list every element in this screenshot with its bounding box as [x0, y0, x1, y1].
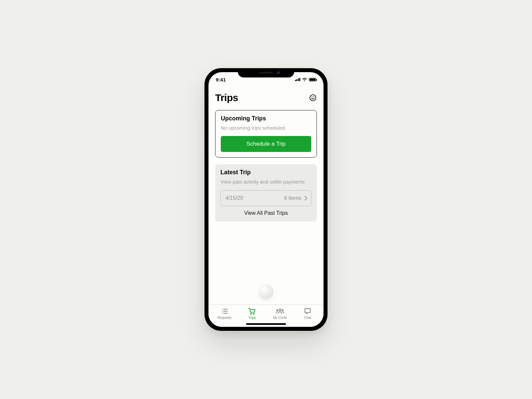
svg-point-2 — [314, 97, 314, 97]
svg-point-10 — [253, 314, 254, 315]
chevron-right-icon — [305, 196, 307, 200]
svg-point-12 — [277, 310, 278, 311]
status-icons — [295, 77, 317, 81]
tab-chat[interactable]: Chat — [296, 308, 319, 320]
home-indicator — [246, 323, 286, 325]
smiley-icon — [309, 94, 317, 101]
phone-frame: 9:41 Trips Upcoming Trips No upcoming tr… — [204, 68, 328, 331]
svg-point-1 — [312, 97, 312, 97]
tab-label: Trips — [248, 316, 256, 320]
wifi-icon — [302, 77, 307, 81]
svg-point-9 — [251, 314, 252, 315]
battery-icon — [309, 78, 316, 81]
page-header: Trips — [208, 87, 324, 106]
schedule-trip-button[interactable]: Schedule a Trip — [221, 136, 311, 152]
tab-label: Chat — [304, 316, 311, 320]
people-icon — [276, 308, 284, 315]
tab-requests[interactable]: Requests — [213, 308, 236, 320]
trip-date: 4/15/20 — [225, 195, 243, 201]
latest-subtitle: View past activity and settle payments — [220, 179, 312, 185]
tab-my-circle[interactable]: My Circle — [268, 308, 292, 320]
svg-point-11 — [279, 309, 281, 311]
screen: 9:41 Trips Upcoming Trips No upcoming tr… — [208, 72, 324, 327]
cellular-icon — [295, 78, 301, 81]
page-title: Trips — [215, 92, 238, 103]
latest-title: Latest Trip — [220, 169, 312, 176]
content: Upcoming Trips No upcoming trips schedul… — [208, 106, 324, 305]
tab-label: Requests — [217, 316, 231, 320]
latest-trip-row[interactable]: 4/15/20 6 items — [220, 190, 312, 206]
upcoming-empty-text: No upcoming trips scheduled. — [221, 125, 311, 131]
latest-trip-card: Latest Trip View past activity and settl… — [215, 164, 317, 221]
phone-notch — [238, 68, 294, 77]
tab-trips[interactable]: Trips — [240, 308, 264, 320]
trip-item-count: 6 items — [284, 195, 301, 201]
svg-point-7 — [221, 313, 222, 314]
cart-icon — [248, 308, 256, 315]
upcoming-title: Upcoming Trips — [221, 115, 311, 122]
svg-point-5 — [221, 311, 222, 312]
view-all-past-trips-link[interactable]: View All Past Trips — [220, 210, 312, 216]
svg-point-3 — [221, 309, 222, 310]
svg-point-0 — [310, 95, 316, 101]
upcoming-trips-card: Upcoming Trips No upcoming trips schedul… — [215, 110, 317, 158]
list-icon — [221, 308, 228, 315]
svg-point-13 — [282, 310, 283, 311]
status-time: 9:41 — [216, 77, 226, 82]
tab-label: My Circle — [273, 316, 287, 320]
profile-button[interactable] — [309, 94, 317, 102]
chat-icon — [304, 308, 311, 315]
